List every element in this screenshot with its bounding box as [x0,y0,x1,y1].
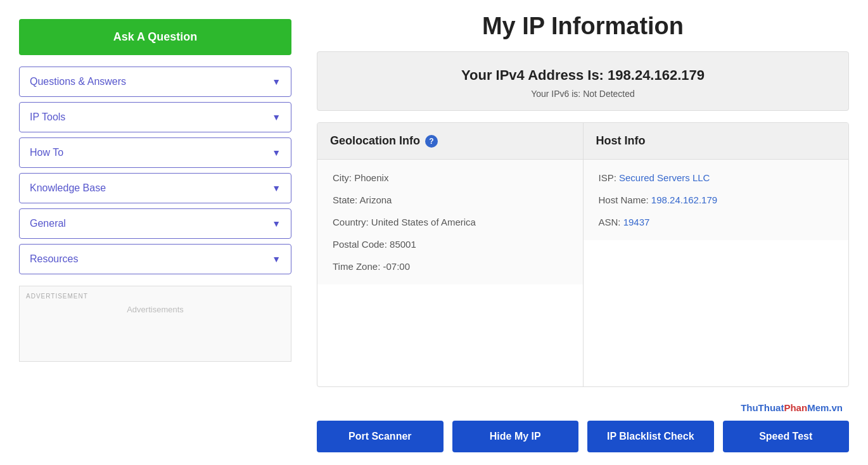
geo-row-value: Phoenix [354,172,388,183]
sidebar-item-resources[interactable]: Resources ▼ [19,244,291,274]
host-row-label: ISP: [599,172,620,183]
geo-row-label: Postal Code: [333,239,390,250]
geo-column-header: Geolocation Info ? [317,123,583,160]
geo-info-row: City: Phoenix [333,172,568,183]
host-row-value: 198.24.162.179 [651,194,717,205]
ask-question-button[interactable]: Ask A Question [19,19,291,55]
sidebar-item-questions-answers[interactable]: Questions & Answers ▼ [19,67,291,97]
host-row-label: ASN: [599,217,623,227]
advertisement-label: ADVERTISEMENT [26,293,88,300]
chevron-down-icon-resources: ▼ [272,254,281,264]
geo-help-icon[interactable]: ? [425,135,438,148]
sidebar-item-label-resources: Resources [30,253,78,265]
geo-info-row: Country: United States of America [333,217,568,227]
main-content: My IP Information Your IPv4 Address Is: … [310,0,868,465]
sidebar-item-ip-tools[interactable]: IP Tools ▼ [19,102,291,132]
advertisements-title: Advertisements [127,305,184,314]
geo-header-label: Geolocation Info [330,134,420,148]
geo-row-label: City: [333,172,354,183]
page-title: My IP Information [317,13,849,40]
watermark-thu: ThuThuat [741,402,784,413]
ipv6-label: Your IPv6 is: [531,89,580,99]
geo-row-label: State: [333,194,360,205]
host-row-value: Secured Servers LLC [619,172,710,183]
host-column: Host Info ISP: Secured Servers LLCHost N… [584,123,849,386]
geo-row-value: Arizona [360,194,392,205]
sidebar-item-general[interactable]: General ▼ [19,208,291,239]
host-row-value: 19437 [623,217,650,227]
geo-row-value: 85001 [390,239,416,250]
geo-row-label: Time Zone: [333,261,383,272]
sidebar-item-label-knowledge-base: Knowledge Base [30,182,106,194]
chevron-down-icon-questions-answers: ▼ [272,77,281,87]
geo-info-row: Postal Code: 85001 [333,239,568,250]
ipv4-label: Your IPv4 Address Is: [461,67,604,83]
ip-address-box: Your IPv4 Address Is: 198.24.162.179 You… [317,51,849,111]
geo-column-body: City: PhoenixState: ArizonaCountry: Unit… [317,160,583,284]
watermark-phan: Phan [784,402,807,413]
sidebar-item-label-how-to: How To [30,147,63,158]
host-column-body: ISP: Secured Servers LLCHost Name: 198.2… [584,160,849,240]
watermark-mem: Mem.vn [807,402,843,413]
speed-test-button[interactable]: Speed Test [723,421,850,452]
sidebar-item-label-questions-answers: Questions & Answers [30,76,126,87]
geo-row-value: United States of America [371,217,476,227]
info-grid: Geolocation Info ? City: PhoenixState: A… [317,122,849,387]
watermark: ThuThuatPhanMem.vn [317,398,849,417]
hide-my-ip-button[interactable]: Hide My IP [452,421,579,452]
chevron-down-icon-general: ▼ [272,219,281,229]
geo-info-row: Time Zone: -07:00 [333,261,568,272]
bottom-buttons: Port ScannerHide My IPIP Blacklist Check… [317,421,849,452]
chevron-down-icon-knowledge-base: ▼ [272,183,281,193]
host-info-row: ISP: Secured Servers LLC [599,172,834,183]
geo-row-label: Country: [333,217,371,227]
advertisement-section: ADVERTISEMENT Advertisements [19,286,291,362]
host-row-label: Host Name: [599,194,651,205]
port-scanner-button[interactable]: Port Scanner [317,421,444,452]
sidebar-item-knowledge-base[interactable]: Knowledge Base ▼ [19,173,291,203]
ip-blacklist-check-button[interactable]: IP Blacklist Check [587,421,714,452]
sidebar-item-how-to[interactable]: How To ▼ [19,137,291,168]
ipv4-address-line: Your IPv4 Address Is: 198.24.162.179 [330,67,836,84]
chevron-down-icon-ip-tools: ▼ [272,112,281,122]
sidebar: Ask A Question Questions & Answers ▼ IP … [0,0,310,465]
geo-row-value: -07:00 [383,261,410,272]
host-header-label: Host Info [596,134,646,148]
ipv4-address: 198.24.162.179 [608,67,705,83]
host-info-row: ASN: 19437 [599,217,834,227]
sidebar-item-label-general: General [30,218,66,229]
geo-info-row: State: Arizona [333,194,568,205]
geo-column: Geolocation Info ? City: PhoenixState: A… [317,123,584,386]
chevron-down-icon-how-to: ▼ [272,148,281,158]
ipv6-value: Not Detected [583,89,635,99]
host-info-row: Host Name: 198.24.162.179 [599,194,834,205]
ipv6-address-line: Your IPv6 is: Not Detected [330,89,836,99]
host-column-header: Host Info [584,123,849,160]
sidebar-item-label-ip-tools: IP Tools [30,111,65,123]
